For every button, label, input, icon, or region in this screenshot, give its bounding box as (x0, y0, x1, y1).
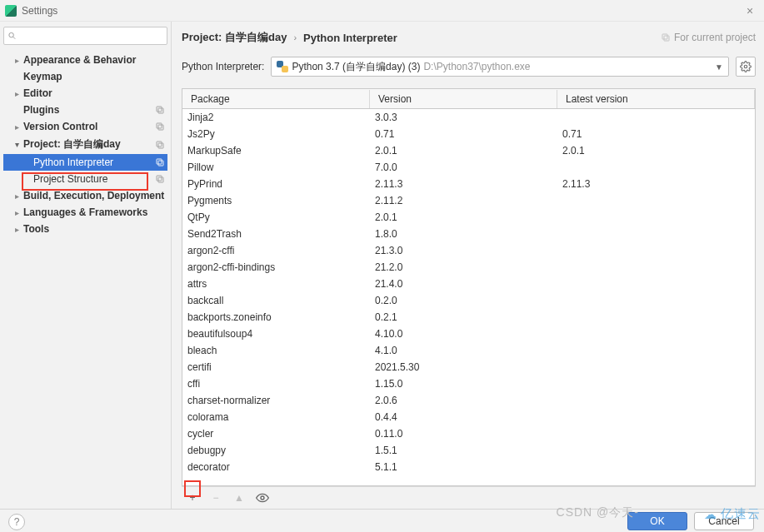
table-row[interactable]: Pygments2.11.2 (182, 192, 755, 209)
upgrade-package-button[interactable]: ▲ (232, 490, 247, 505)
sidebar-item-version-control[interactable]: Version Control (3, 118, 167, 135)
table-row[interactable]: beautifulsoup44.10.0 (182, 326, 755, 342)
cloud-icon: ☁ (704, 507, 717, 522)
cell-package: Pygments (182, 194, 370, 207)
cell-version: 7.0.0 (370, 161, 557, 174)
sidebar-item-label: Project Structure (32, 173, 107, 185)
cell-version: 0.71 (370, 127, 557, 141)
cell-version: 2.11.3 (370, 177, 557, 191)
table-row[interactable]: certifi2021.5.30 (182, 359, 755, 375)
table-row[interactable]: backports.zoneinfo0.2.1 (182, 309, 755, 326)
sidebar-item-appearance-behavior[interactable]: Appearance & Behavior (3, 52, 167, 68)
cell-version: 4.1.0 (370, 344, 557, 357)
svg-rect-4 (158, 125, 163, 130)
cell-latest (557, 161, 755, 174)
breadcrumb-scope: For current project (661, 32, 756, 43)
column-latest[interactable]: Latest version (557, 90, 755, 108)
sidebar-item-languages-frameworks[interactable]: Languages & Frameworks (3, 204, 167, 221)
copy-icon (661, 32, 671, 42)
project-badge-icon (154, 173, 166, 185)
cell-version: 21.3.0 (370, 244, 557, 257)
interpreter-select[interactable]: Python 3.7 (自学自编day) (3) D:\Python37\pyt… (271, 57, 729, 77)
cell-package: bleach (182, 344, 370, 357)
sidebar-item-tools[interactable]: Tools (3, 221, 167, 237)
sidebar-item-project-structure[interactable]: Project Structure (3, 171, 167, 187)
table-row[interactable]: debugpy1.5.1 (182, 442, 755, 459)
help-button[interactable]: ? (8, 514, 25, 530)
svg-point-15 (261, 496, 264, 500)
settings-tree: Appearance & BehaviorKeymapEditorPlugins… (3, 52, 167, 237)
cell-version: 2.0.6 (370, 394, 557, 407)
search-input[interactable] (20, 30, 163, 42)
table-row[interactable]: QtPy2.0.1 (182, 209, 755, 226)
sidebar-item-label: Project: 自学自编day (22, 137, 121, 152)
cell-version: 2021.5.30 (370, 360, 557, 374)
table-row[interactable]: attrs21.4.0 (182, 276, 755, 292)
table-row[interactable]: Pillow7.0.0 (182, 159, 755, 176)
table-row[interactable]: argon2-cffi21.3.0 (182, 242, 755, 259)
table-row[interactable]: MarkupSafe2.0.12.0.1 (182, 142, 755, 159)
search-input-wrap[interactable] (3, 27, 167, 45)
table-body: Jinja23.0.3Js2Py0.710.71MarkupSafe2.0.12… (182, 109, 755, 475)
interpreter-settings-button[interactable] (736, 57, 756, 77)
add-package-button[interactable]: + (185, 490, 200, 505)
close-icon[interactable]: × (741, 2, 759, 20)
sidebar-item-label: Python Interpreter (32, 157, 113, 168)
table-row[interactable]: Js2Py0.710.71 (182, 126, 755, 142)
cell-version: 21.4.0 (370, 277, 557, 291)
sidebar-item-plugins[interactable]: Plugins (3, 102, 167, 118)
table-row[interactable]: cycler0.11.0 (182, 425, 755, 442)
svg-point-14 (744, 65, 747, 68)
table-row[interactable]: charset-normalizer2.0.6 (182, 392, 755, 409)
remove-package-button[interactable]: − (208, 490, 223, 505)
svg-line-1 (13, 37, 16, 39)
sidebar-item-keymap[interactable]: Keymap (3, 68, 167, 85)
sidebar-item-editor[interactable]: Editor (3, 85, 167, 102)
column-package[interactable]: Package (182, 90, 370, 108)
table-row[interactable]: decorator5.1.1 (182, 459, 755, 475)
cell-package: cycler (182, 427, 370, 440)
interpreter-label: Python Interpreter: (182, 61, 264, 72)
project-badge-icon (154, 157, 166, 168)
arrow-icon (12, 225, 22, 234)
svg-rect-5 (157, 123, 162, 128)
show-early-releases-button[interactable] (255, 490, 270, 505)
cell-latest (557, 194, 755, 207)
sidebar-item-label: Keymap (22, 71, 62, 82)
table-row[interactable]: PyPrind2.11.32.11.3 (182, 176, 755, 192)
watermark-text: 亿速云 (721, 506, 761, 522)
cell-version: 5.1.1 (370, 460, 557, 474)
cell-package: Js2Py (182, 127, 370, 141)
table-row[interactable]: bleach4.1.0 (182, 342, 755, 359)
interpreter-name: Python 3.7 (自学自编day) (3) (292, 60, 420, 74)
cell-latest (557, 261, 755, 274)
sidebar-item-python-interpreter[interactable]: Python Interpreter (3, 154, 167, 171)
cell-package: backcall (182, 294, 370, 307)
cell-latest (557, 377, 755, 390)
column-version[interactable]: Version (370, 90, 557, 108)
sidebar-item-build-execution-deployment[interactable]: Build, Execution, Deployment (3, 187, 167, 204)
table-row[interactable]: colorama0.4.4 (182, 409, 755, 425)
table-row[interactable]: Send2Trash1.8.0 (182, 226, 755, 242)
breadcrumb-project: Project: 自学自编day (182, 30, 287, 45)
app-icon (5, 5, 17, 17)
project-badge-icon (154, 139, 166, 151)
table-row[interactable]: backcall0.2.0 (182, 292, 755, 309)
window-title: Settings (22, 5, 57, 17)
table-row[interactable]: argon2-cffi-bindings21.2.0 (182, 259, 755, 276)
sidebar-item-label: Build, Execution, Deployment (22, 190, 164, 201)
gear-icon (740, 61, 752, 72)
table-row[interactable]: Jinja23.0.3 (182, 109, 755, 126)
table-row[interactable]: cffi1.15.0 (182, 375, 755, 392)
arrow-icon (12, 56, 22, 65)
search-icon (7, 31, 17, 41)
cell-latest: 0.71 (557, 127, 755, 141)
cell-package: Pillow (182, 161, 370, 174)
sidebar-item-project-day[interactable]: Project: 自学自编day (3, 135, 167, 154)
interpreter-row: Python Interpreter: Python 3.7 (自学自编day)… (182, 57, 756, 77)
cell-package: charset-normalizer (182, 394, 370, 407)
cell-package: debugpy (182, 444, 370, 457)
watermark-csdn: CSDN @今天- (557, 505, 639, 520)
breadcrumb: Project: 自学自编day › Python Interpreter Fo… (182, 30, 756, 45)
breadcrumb-separator: › (293, 32, 297, 42)
